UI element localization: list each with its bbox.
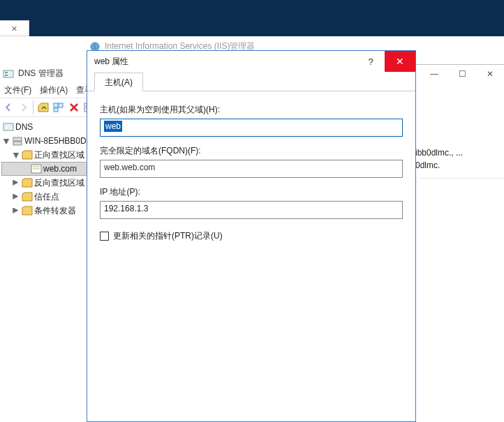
svg-rect-5 xyxy=(59,103,63,107)
svg-rect-3 xyxy=(5,75,8,76)
svg-rect-12 xyxy=(3,123,13,130)
svg-rect-1 xyxy=(3,70,13,77)
dialog-help-button[interactable]: ? xyxy=(357,51,385,72)
svg-rect-2 xyxy=(5,72,8,73)
tree-rev-label: 反向查找区域 xyxy=(34,177,84,189)
tree-zone-label: web.com xyxy=(43,164,77,174)
dialog-body: 主机(如果为空则使用其父域)(H): web 完全限定的域名(FQDN)(F):… xyxy=(87,91,415,255)
menu-file[interactable]: 文件(F) xyxy=(0,83,36,98)
folder-icon xyxy=(22,178,33,188)
folder-icon xyxy=(22,150,33,160)
tree-root-label: DNS xyxy=(15,122,33,132)
svg-rect-6 xyxy=(54,108,58,112)
tree-cond-label: 条件转发器 xyxy=(34,205,76,217)
toolbar-forward-button[interactable] xyxy=(17,100,31,115)
toolbar-separator xyxy=(33,100,34,114)
bg-peek-line1: ibb0dlmc., ... xyxy=(415,146,463,159)
ptr-checkbox[interactable] xyxy=(100,232,109,241)
svg-rect-16 xyxy=(33,166,40,167)
svg-rect-14 xyxy=(13,142,22,145)
toolbar-delete-button[interactable] xyxy=(67,100,81,115)
panel-close-tab[interactable]: × xyxy=(0,20,29,36)
tree-fwd-label: 正向查找区域 xyxy=(34,149,84,161)
svg-rect-4 xyxy=(54,103,58,107)
fqdn-display: web.web.com xyxy=(100,160,403,178)
bg-close-button[interactable]: ✕ xyxy=(476,65,504,83)
collapse-icon[interactable]: ⯈ xyxy=(11,207,20,215)
host-value-selected: web xyxy=(104,121,122,132)
toolbar-properties-button[interactable] xyxy=(52,100,66,115)
close-icon: × xyxy=(11,23,17,34)
tree-server-label: WIN-8E5HBB0DL xyxy=(24,136,91,146)
dialog-tab-bar: 主机(A) xyxy=(87,72,415,91)
bg-maximize-button[interactable]: ☐ xyxy=(448,65,476,83)
ip-label: IP 地址(P): xyxy=(100,186,403,198)
menu-action[interactable]: 操作(A) xyxy=(36,83,72,98)
bg-content-peek: ibb0dlmc., ... 0dlmc. xyxy=(415,146,463,172)
ptr-checkbox-row[interactable]: 更新相关的指针(PTR)记录(U) xyxy=(100,230,403,242)
host-label: 主机(如果为空则使用其父域)(H): xyxy=(100,104,403,116)
bg-separator xyxy=(421,178,504,179)
dialog-titlebar[interactable]: web 属性 ? ✕ xyxy=(87,51,415,72)
ptr-label: 更新相关的指针(PTR)记录(U) xyxy=(113,230,223,242)
dns-root-icon xyxy=(3,122,14,132)
expand-icon[interactable]: ⯆ xyxy=(1,137,10,145)
toolbar-back-button[interactable] xyxy=(1,100,15,115)
fqdn-label: 完全限定的域名(FQDN)(F): xyxy=(100,145,403,157)
background-window: — ☐ ✕ xyxy=(415,64,504,422)
server-icon xyxy=(12,136,23,146)
svg-rect-17 xyxy=(33,168,40,169)
tab-host-a[interactable]: 主机(A) xyxy=(94,73,143,91)
folder-icon xyxy=(22,192,33,202)
host-input[interactable]: web xyxy=(100,119,403,137)
toolbar-up-button[interactable] xyxy=(36,100,50,115)
bg-peek-line2: 0dlmc. xyxy=(415,159,463,172)
dialog-title-text: web 属性 xyxy=(94,56,128,68)
dialog-close-button[interactable]: ✕ xyxy=(385,51,415,72)
expand-icon[interactable]: ⯆ xyxy=(11,151,20,159)
app-top-bar: × xyxy=(0,0,504,36)
tree-trust-label: 信任点 xyxy=(34,191,59,203)
close-icon: ✕ xyxy=(396,56,404,67)
folder-icon xyxy=(22,206,33,216)
properties-dialog: web 属性 ? ✕ 主机(A) 主机(如果为空则使用其父域)(H): web … xyxy=(87,50,416,422)
dns-title-text: DNS 管理器 xyxy=(18,68,64,80)
svg-rect-13 xyxy=(13,137,22,141)
zone-icon xyxy=(31,164,42,174)
collapse-icon[interactable]: ⯈ xyxy=(11,193,20,201)
collapse-icon[interactable]: ⯈ xyxy=(11,179,20,187)
dns-app-icon xyxy=(3,68,14,80)
ip-input[interactable]: 192.168.1.3 xyxy=(100,201,403,219)
bg-minimize-button[interactable]: — xyxy=(420,65,448,83)
